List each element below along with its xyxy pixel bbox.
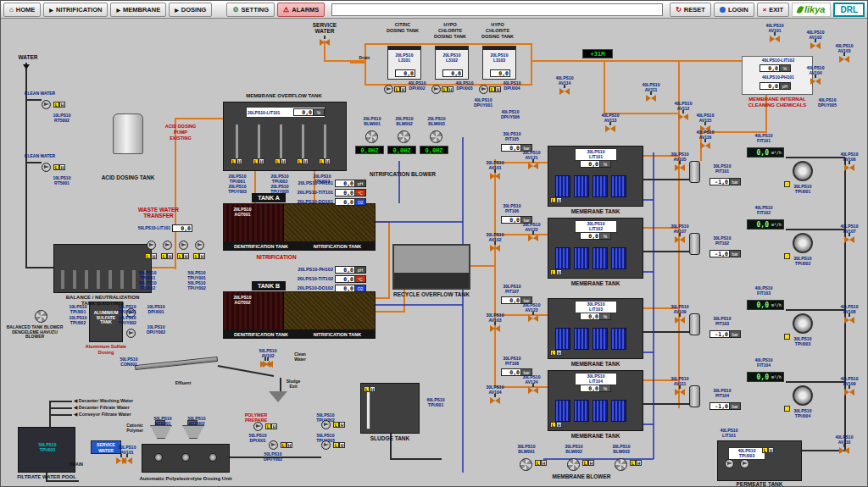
pump-icon[interactable] (42, 100, 51, 109)
alarms-button[interactable]: ⚠ALARMS (277, 3, 325, 17)
cleaning-ph-display[interactable]: 0,0pH (760, 82, 791, 90)
dosing-tank-level[interactable]: 0,0 (490, 69, 510, 77)
valve-status-indicator[interactable] (784, 253, 790, 259)
valve-icon[interactable] (844, 317, 854, 324)
pump-icon[interactable] (725, 459, 734, 468)
valve-icon[interactable] (528, 235, 538, 241)
valve-icon[interactable] (844, 164, 854, 171)
valve-status-indicator[interactable] (784, 406, 790, 412)
valve-icon[interactable] (844, 236, 854, 243)
valve-icon[interactable] (810, 42, 821, 49)
value-display[interactable]: -1,0bar (709, 402, 741, 410)
valve-icon[interactable] (559, 88, 570, 95)
login-button[interactable]: LOGIN (714, 3, 754, 17)
pump-icon[interactable] (740, 459, 749, 468)
valve-icon[interactable] (675, 317, 685, 324)
exit-button[interactable]: ×EXIT (757, 3, 789, 17)
pump-icon[interactable] (147, 241, 156, 250)
pump-icon[interactable] (431, 85, 441, 94)
valve-icon[interactable] (528, 387, 538, 394)
ph-display-row[interactable]: 20LPS10-PH1010,0pH (296, 180, 366, 187)
valve-icon[interactable] (528, 163, 538, 169)
membrane-level-display[interactable]: 0,0% (580, 160, 611, 168)
blower-fan-icon[interactable] (365, 130, 378, 143)
dosing-tank-level[interactable]: 0,0 (395, 69, 415, 77)
flow-meter-icon[interactable] (793, 161, 813, 181)
valve-icon[interactable] (770, 36, 780, 42)
flow-meter-icon[interactable] (793, 313, 813, 334)
valve-icon[interactable] (116, 457, 126, 464)
valve-icon[interactable] (675, 236, 685, 243)
dosing-button[interactable]: ▶DOSING (169, 3, 212, 17)
pump-icon[interactable] (253, 422, 263, 431)
blower-fan-icon[interactable] (567, 458, 580, 471)
pump-icon[interactable] (384, 85, 393, 94)
do-display-row[interactable]: 20LPS10-DO1010,0O2 (296, 198, 366, 206)
valve-icon[interactable] (646, 95, 656, 102)
valve-icon[interactable] (675, 164, 685, 171)
valve-icon[interactable] (678, 113, 688, 120)
membrane-button[interactable]: ▶MEMBRANE (110, 3, 166, 17)
value-display[interactable]: 0,0bar (501, 216, 532, 224)
pump-icon[interactable] (321, 440, 331, 450)
pump-icon[interactable] (269, 440, 278, 450)
command-input[interactable] (331, 3, 663, 16)
flow-meter-icon[interactable] (793, 233, 813, 253)
valve-status-indicator[interactable] (784, 334, 790, 340)
value-display[interactable]: 0,0bar (501, 368, 532, 376)
value-display[interactable]: 0,0bar (501, 144, 532, 152)
home-button[interactable]: ⌂HOME (3, 3, 41, 17)
flow-display[interactable]: 0,0m³/h (747, 219, 784, 230)
valve-icon[interactable] (490, 173, 500, 180)
pump-icon[interactable] (321, 420, 331, 429)
pump-icon[interactable] (42, 163, 51, 172)
valve-icon[interactable] (605, 125, 615, 132)
dosing-tank-level[interactable]: 0,0 (442, 69, 463, 77)
valve-icon[interactable] (490, 397, 500, 404)
pump-icon[interactable] (163, 241, 172, 250)
blower-fan-icon[interactable] (35, 310, 47, 323)
membrane-level-display[interactable]: 0,0% (580, 385, 611, 392)
valve-status-indicator[interactable] (784, 181, 790, 187)
blower-speed-display[interactable]: 0,0HZ (387, 146, 416, 154)
reset-button[interactable]: ↻RESET (670, 3, 711, 17)
blower-fan-icon[interactable] (520, 458, 532, 471)
membrane-level-display[interactable]: 0,0% (580, 232, 611, 240)
pump-icon[interactable] (126, 329, 136, 338)
flow-display[interactable]: 0,0m³/h (747, 147, 784, 158)
flow-display[interactable]: 0,0m³/h (747, 300, 784, 310)
overflow-level-display[interactable]: 20LPS10-LIT101 0,0 % (246, 107, 326, 118)
valve-icon[interactable] (260, 361, 270, 368)
value-display[interactable]: 0,0bar (501, 296, 532, 304)
setting-button[interactable]: ⚙SETTING (226, 3, 275, 17)
cleaning-lit-display[interactable]: 0,0% (760, 64, 791, 72)
valve-icon[interactable] (700, 142, 710, 149)
valve-icon[interactable] (490, 245, 500, 252)
value-display[interactable]: -1,0bar (709, 178, 741, 185)
membrane-level-display[interactable]: 0,0% (580, 313, 611, 320)
pump-icon[interactable] (479, 85, 488, 94)
do-display-row[interactable]: 20LPS10-DO1020,0O2 (296, 285, 366, 292)
valve-icon[interactable] (810, 78, 821, 85)
temp-display-row[interactable]: 20LPS10-TIT1020,0°C (296, 275, 366, 283)
mixer-icon[interactable] (181, 453, 190, 462)
blower-speed-display[interactable]: 0,0HZ (355, 146, 384, 154)
pump-icon[interactable] (179, 241, 188, 250)
waste-level-display[interactable]: 0,0 (172, 224, 192, 232)
blower-fan-icon[interactable] (430, 130, 442, 143)
pump-icon[interactable] (195, 241, 204, 250)
flow-display[interactable]: 0,0m³/h (747, 372, 784, 382)
ph-display-row[interactable]: 20LPS10-PH1020,0pH (296, 266, 366, 274)
mixer-icon[interactable] (154, 453, 163, 462)
valve-icon[interactable] (839, 447, 849, 454)
valve-icon[interactable] (675, 389, 685, 396)
temp-display-row[interactable]: 20LPS10-TIT1010,0°C (296, 189, 366, 196)
valve-icon[interactable] (844, 389, 854, 396)
valve-icon[interactable] (490, 325, 500, 332)
blower-fan-icon[interactable] (398, 130, 410, 143)
mixer-icon[interactable] (209, 453, 217, 462)
blower-speed-display[interactable]: 0,0HZ (420, 146, 448, 154)
blower-fan-icon[interactable] (615, 458, 627, 471)
valve-icon[interactable] (528, 315, 538, 322)
valve-icon[interactable] (320, 39, 330, 46)
